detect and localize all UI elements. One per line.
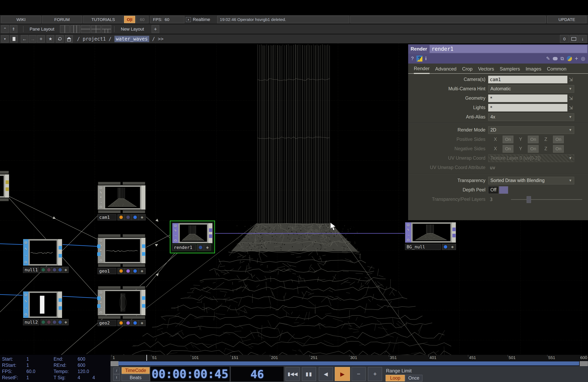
on-toggle[interactable]: On (528, 145, 539, 153)
output-connector[interactable] (142, 296, 145, 300)
diamond-icon[interactable]: ◆ (141, 321, 143, 325)
home-icon[interactable] (65, 35, 73, 42)
output-connector[interactable] (452, 228, 456, 231)
color-dot[interactable] (119, 216, 123, 219)
info-value[interactable]: 600 (78, 356, 85, 362)
output-connector[interactable] (59, 254, 62, 258)
timecode-mode-button[interactable]: TimeCode (122, 367, 150, 374)
node-color-flags[interactable]: ◆ (442, 244, 456, 250)
collapse-icon[interactable]: ⌃ (1, 25, 9, 33)
diamond-icon[interactable]: ◆ (64, 320, 67, 324)
node-BG_null[interactable]: ◎ϟ→⊙BG_null◆ (405, 222, 456, 250)
render-flag-icon[interactable]: ⊙ (174, 239, 177, 243)
node-cam1[interactable]: ◎ϟ×→⊙cam1◆ (98, 182, 146, 220)
delete-flag-icon[interactable]: × (100, 195, 102, 199)
info-value[interactable]: 120.0 (78, 369, 89, 374)
input-connector[interactable] (97, 245, 100, 248)
range-handle-right[interactable] (580, 361, 588, 366)
node-name[interactable]: null1 (23, 267, 39, 273)
tab-images[interactable]: Images (525, 66, 541, 73)
help-icon[interactable]: ? (411, 56, 414, 61)
param-dropdown[interactable]: 4x▼ (488, 113, 574, 121)
zoom-network-icon[interactable] (56, 35, 63, 42)
viewer-flag-icon[interactable]: ◎ (99, 238, 102, 243)
input-connector[interactable] (97, 304, 100, 308)
integer-button[interactable]: I (113, 374, 120, 381)
breadcrumb-more[interactable]: >> (158, 36, 164, 42)
viewer-flag-icon[interactable]: ◎ (24, 240, 27, 245)
layout-preset-4[interactable] (91, 25, 101, 33)
output-connector[interactable] (452, 234, 456, 237)
color-dot[interactable] (58, 321, 62, 324)
color-dot[interactable] (133, 321, 137, 325)
param-dropdown[interactable]: Texture Layer 0 (uv[0-2])▼ (488, 154, 574, 162)
on-toggle[interactable]: On (553, 136, 564, 143)
color-dot[interactable] (133, 216, 137, 219)
bypass-flag-icon[interactable]: ϟ (407, 228, 409, 232)
tab-vectors[interactable]: Vectors (478, 66, 494, 73)
python-mode-icon[interactable] (567, 56, 572, 61)
layout-preset-5[interactable] (102, 25, 111, 33)
delete-flag-icon[interactable]: × (100, 248, 102, 252)
new-layout-add-button[interactable]: + (152, 25, 159, 33)
node-flags[interactable]: ◎ϟ→⊙ (172, 223, 178, 243)
color-dot[interactable] (42, 321, 45, 324)
expression-arrow-icon[interactable]: ⇲ (567, 96, 574, 101)
toggle-swatch[interactable] (499, 186, 508, 194)
node-name[interactable]: null2 (23, 319, 39, 325)
output-connector[interactable] (59, 298, 62, 302)
color-dot[interactable] (53, 268, 56, 271)
tab-crop[interactable]: Crop (462, 66, 472, 73)
copy-parameters-icon[interactable]: ⧉ (560, 56, 564, 61)
param-dropdown[interactable]: Automatic▼ (488, 85, 574, 93)
param-text-field[interactable]: * (488, 104, 567, 112)
render-flag-icon[interactable]: → (99, 200, 103, 204)
delete-flag-icon[interactable]: × (100, 301, 102, 305)
diamond-icon[interactable]: ◆ (206, 245, 209, 249)
color-dot[interactable] (126, 269, 130, 273)
range-handle-left[interactable] (111, 361, 119, 366)
viewer-flag-icon[interactable]: ◎ (99, 186, 102, 190)
info-value[interactable]: 4 (78, 375, 80, 381)
output-connector[interactable] (142, 304, 145, 308)
rewind-button[interactable]: ▮◀◀ (286, 367, 300, 381)
node-color-flags[interactable]: ◆ (117, 214, 146, 220)
color-dot[interactable] (47, 268, 51, 271)
color-dot[interactable] (119, 321, 123, 325)
viewer-flag-icon[interactable]: ◎ (24, 293, 27, 297)
node-name[interactable]: BG_null (405, 244, 441, 250)
output-connector[interactable] (59, 306, 62, 310)
timeline-ruler[interactable]: 151101151201251301351401451501551600 (110, 355, 588, 361)
breadcrumb-project[interactable]: project1 (83, 36, 106, 42)
edit-comment-icon[interactable]: ✎ (546, 56, 550, 61)
viewer-flag-icon[interactable]: ◎ (174, 224, 177, 228)
info-value[interactable]: 1 (26, 363, 29, 368)
node-flags[interactable]: ◎ϟ×→⊙ (98, 290, 104, 315)
breadcrumb-current[interactable]: water_waves (114, 36, 149, 42)
color-dot[interactable] (119, 269, 123, 273)
input-connector[interactable] (97, 252, 100, 256)
bypass-flag-icon[interactable]: ϟ (25, 247, 27, 251)
realtime-toggle[interactable]: x Realtime (186, 15, 210, 24)
diamond-icon[interactable]: ◆ (451, 245, 454, 249)
node-flags[interactable]: ◎ϟ×→⊙ (98, 185, 104, 210)
beats-mode-button[interactable]: Beats (122, 374, 150, 381)
depth-peel-toggle[interactable]: Off (488, 186, 499, 194)
collapse-pane-icon[interactable]: ↓ (579, 35, 587, 43)
delete-flag-icon[interactable]: → (174, 233, 177, 238)
color-dot[interactable] (53, 321, 56, 324)
delete-flag-icon[interactable]: → (24, 253, 28, 258)
gear-target-icon[interactable]: ◎ (581, 56, 585, 61)
node-partial[interactable]: ◆◆ (0, 171, 9, 208)
lock-flag-icon[interactable]: ⊙ (99, 310, 102, 315)
render-flag-icon[interactable]: ⊙ (24, 260, 27, 264)
node-color-flags[interactable]: ◆ (41, 267, 69, 273)
timeline-info-panel[interactable]: Start:1 End:600RStart:1 REnd:600FPS:60.0… (0, 355, 110, 382)
color-dot[interactable] (133, 269, 137, 273)
node-geo1[interactable]: ◎ϟ×→⊙geo1◆ (98, 234, 146, 274)
output-connector[interactable] (6, 180, 9, 184)
delete-flag-icon[interactable]: → (407, 233, 410, 237)
node-name[interactable]: render1 (172, 244, 196, 250)
output-connector[interactable] (209, 228, 212, 232)
bypass-flag-icon[interactable]: ϟ (100, 191, 102, 195)
